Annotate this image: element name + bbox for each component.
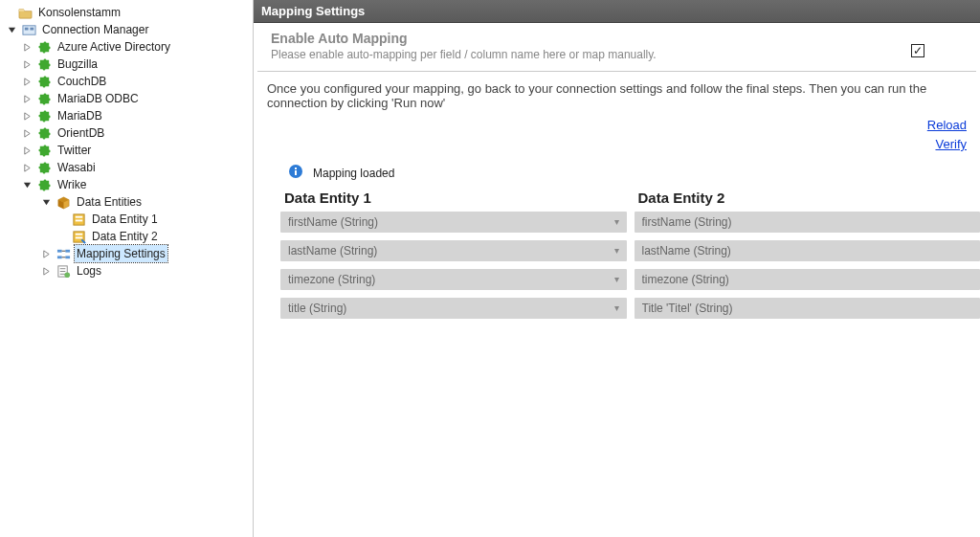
mapping-field-dropdown[interactable]: Title 'Titel' (String) [635,298,981,319]
tree-connection-label: CouchDB [56,73,108,90]
svg-rect-4 [75,215,82,217]
mapping-field-dropdown[interactable]: lastName (String)▾ [280,240,627,261]
tree-data-entity-1-label: Data Entity 1 [90,211,160,228]
mapping-field-dropdown[interactable]: firstName (String) [635,212,981,233]
auto-mapping-title: Enable Auto Mapping [271,31,873,46]
puzzle-icon [36,177,52,192]
field-label: timezone (String) [288,269,609,290]
tree-connection[interactable]: Bugzilla [2,56,253,73]
tree-connection-wrike[interactable]: Wrike [2,176,253,193]
expand-icon[interactable] [21,145,33,156]
expand-icon[interactable] [6,24,17,35]
svg-rect-17 [295,168,297,169]
tree-connection[interactable]: Azure Active Directory [2,38,253,56]
expand-icon[interactable] [21,93,33,104]
mapping-field-dropdown[interactable]: timezone (String) [635,269,981,290]
svg-rect-12 [65,256,70,258]
status-text: Mapping loaded [313,167,394,180]
tree-logs[interactable]: Logs [2,262,253,280]
tree-connection[interactable]: Twitter [2,142,253,159]
tree-connection-manager-label: Connection Manager [40,21,150,38]
tree-connection-manager[interactable]: Connection Manager [2,21,253,38]
entity-icon [71,229,86,244]
tree-data-entities[interactable]: Data Entities [2,193,253,211]
navigation-tree: Konsolenstamm Connection Manager Azure A… [0,0,254,537]
expand-icon[interactable] [40,248,52,259]
expand-icon[interactable] [21,162,33,173]
mapping-field-dropdown[interactable]: timezone (String)▾ [280,269,627,290]
expand-icon[interactable] [21,127,33,139]
puzzle-icon [36,143,52,158]
svg-rect-16 [295,170,297,175]
tree-connection-label: Twitter [56,142,93,159]
field-label: lastName (String) [642,240,973,261]
tree-root-label: Konsolenstamm [36,4,122,21]
auto-mapping-section: Enable Auto Mapping Please enable auto-m… [257,23,976,72]
tree-connection-label: Bugzilla [56,56,100,73]
expand-icon[interactable] [21,41,33,53]
logs-icon [56,263,71,279]
chevron-down-icon: ▾ [609,298,619,319]
mapping-field-dropdown[interactable]: title (String)▾ [280,298,627,319]
entity-icon [71,212,86,227]
svg-point-14 [64,272,70,278]
reload-link[interactable]: Reload [254,116,967,135]
tree-mapping-settings[interactable]: Mapping Settings [2,245,253,262]
auto-mapping-checkbox[interactable]: ✓ [911,44,924,57]
tree-connection[interactable]: OrientDB [2,124,253,142]
box-icon [56,194,71,210]
tree-connection[interactable]: Wasabi [2,159,253,176]
tree-data-entity-2-label: Data Entity 2 [90,228,160,245]
tree-connection-label: Azure Active Directory [56,38,172,56]
entity2-heading: Data Entity 2 [635,188,981,212]
tree-mapping-settings-label: Mapping Settings [75,245,167,262]
field-label: firstName (String) [642,212,973,233]
field-label: timezone (String) [642,269,973,290]
panel-title: Mapping Settings [254,0,980,23]
puzzle-icon [36,39,52,55]
tree-connection[interactable]: CouchDB [2,73,253,90]
folder-icon [17,5,33,20]
expand-icon[interactable] [21,110,33,122]
expand-icon[interactable] [40,196,52,208]
tree-connection-label: MariaDB [56,107,104,124]
tree-connection[interactable]: MariaDB ODBC [2,90,253,107]
field-label: Title 'Titel' (String) [642,298,973,319]
tree-data-entity-2[interactable]: Data Entity 2 [2,228,253,245]
expand-icon[interactable] [21,58,33,70]
tree-connection-label: MariaDB ODBC [56,90,141,107]
svg-rect-8 [75,236,82,238]
expand-icon[interactable] [21,76,33,87]
chevron-down-icon: ▾ [609,240,619,261]
mapping-field-dropdown[interactable]: firstName (String)▾ [280,212,627,233]
mapping-field-dropdown[interactable]: lastName (String) [635,240,981,261]
chevron-down-icon: ▾ [609,212,619,233]
mapping-instructions: Once you configured your mapping, go bac… [254,72,980,110]
puzzle-icon [36,91,52,106]
field-label: lastName (String) [288,240,609,261]
puzzle-icon [36,125,52,141]
svg-rect-11 [56,256,61,258]
field-label: firstName (String) [288,212,609,233]
expand-icon[interactable] [40,265,52,277]
mapping-icon [56,246,71,261]
chevron-down-icon: ▾ [609,269,619,290]
tree-connection[interactable]: MariaDB [2,107,253,124]
tree-root[interactable]: Konsolenstamm [2,4,253,21]
svg-rect-7 [75,233,82,235]
svg-rect-5 [75,219,82,221]
tree-connection-wrike-label: Wrike [56,176,88,193]
auto-mapping-description: Please enable auto-mapping per field / c… [271,48,873,61]
tree-connection-label: OrientDB [56,124,106,142]
puzzle-icon [36,56,52,72]
tree-data-entity-1[interactable]: Data Entity 1 [2,211,253,228]
info-icon [288,164,303,182]
tree-connection-label: Wasabi [56,159,98,176]
verify-link[interactable]: Verify [254,135,967,154]
expand-icon[interactable] [21,179,33,190]
entity1-heading: Data Entity 1 [280,188,627,212]
svg-rect-2 [30,27,33,30]
puzzle-icon [36,74,52,89]
svg-rect-1 [24,27,28,30]
puzzle-icon [36,108,52,123]
